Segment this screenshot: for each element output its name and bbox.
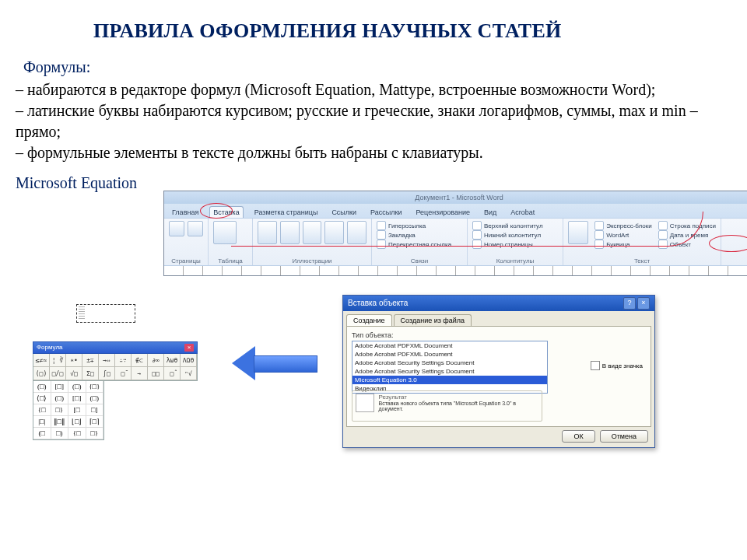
eq-cell[interactable]: → [132,367,148,380]
textbox-icon[interactable] [568,221,588,244]
formula-placeholder-image [76,304,135,323]
eq-cell[interactable]: λωθ [164,354,181,367]
dropcap-button[interactable]: Буквица [594,240,652,249]
sym-cell[interactable]: (□) [68,381,86,393]
sym-cell[interactable]: [□ [68,404,86,416]
smartart-icon[interactable] [324,221,344,244]
tab-layout[interactable]: Разметка страницы [251,207,321,218]
pagenum-button[interactable]: Номер страницы [472,240,558,249]
sym-cell[interactable]: ⟨□⟩ [33,393,51,404]
datetime-button[interactable]: Дата и время [658,230,716,240]
eq-cell[interactable]: □̄ [115,367,132,380]
sym-cell[interactable]: {□ [33,404,51,416]
result-box: Результат Вставка нового объекта типа "M… [352,390,542,422]
hyperlink-button[interactable]: Гиперссылка [377,221,462,230]
tab-vstavka[interactable]: Вставка [209,206,243,218]
object-button[interactable]: Объект [658,240,716,249]
eq-cell[interactable]: Σ□ [82,367,99,380]
sym-cell[interactable]: □} [86,428,104,439]
list-item[interactable]: Adobe Acrobat Security Settings Document [352,367,547,376]
sigline-button[interactable]: Строка подписи [658,221,716,230]
eq-cell[interactable]: (□) [33,367,50,380]
group-text: Текст [568,257,716,264]
chart-icon[interactable] [347,221,366,244]
sym-cell[interactable]: □) [51,428,69,439]
equation-toolbar-title: Формула [37,342,63,353]
eq-cell[interactable]: ≤≠≈ [33,354,50,367]
sym-cell[interactable]: {□} [86,381,104,393]
sym-cell[interactable]: (□) [86,393,104,404]
table-icon[interactable] [213,221,237,244]
sym-cell[interactable]: [□] [51,381,69,393]
tab-review[interactable]: Рецензирование [412,207,473,218]
eq-cell[interactable]: ⁿ√ [181,367,197,380]
clipart-icon[interactable] [280,221,300,244]
sym-cell[interactable]: (□) [33,381,51,393]
object-type-listbox[interactable]: Adobe Acrobat PDFXML Document Adobe Acro… [352,341,548,394]
eq-cell[interactable]: ∫□ [99,367,115,380]
eq-cell[interactable]: ∗• [66,354,82,367]
list-item[interactable]: Adobe Acrobat Security Settings Document [352,359,547,367]
ribbon-tabs: Главная Вставка Разметка страницы Ссылки… [164,204,747,218]
insert-object-dialog: Вставка объекта ? × Создание Создание из… [342,295,655,448]
close-icon[interactable]: × [637,297,650,310]
list-item[interactable]: Adobe Acrobat PDFXML Document [352,341,547,350]
tab-create-from-file[interactable]: Создание из файла [394,314,472,326]
shapes-icon[interactable] [303,221,322,244]
result-icon [356,394,374,412]
body-line-3: – формульные элементы в тексте должны бы… [16,142,724,163]
sym-cell[interactable]: ⌈□⌉ [86,416,104,428]
sym-cell[interactable]: {□ [68,428,86,439]
tab-view[interactable]: Вид [481,207,500,218]
bookmark-button[interactable]: Закладка [377,230,462,240]
list-item[interactable]: Adobe Acrobat PDFXML Document [352,350,547,359]
picture-icon[interactable] [258,221,277,244]
sym-cell[interactable]: □} [51,404,69,416]
sym-cell[interactable]: ⌊□⌋ [68,416,86,428]
sym-cell[interactable]: (□) [51,393,69,404]
as-icon-checkbox[interactable]: В виде значка [591,361,643,370]
tab-home[interactable]: Главная [169,207,202,218]
eq-cell[interactable]: ∉⊂ [132,354,148,367]
sym-cell[interactable]: □] [86,404,104,416]
page-title: ПРАВИЛА ОФОРМЛЕНИЯ НАУЧНЫХ СТАТЕЙ [93,19,731,43]
word-titlebar: Документ1 - Microsoft Word [164,191,747,204]
sym-cell[interactable]: (□ [33,428,51,439]
eq-cell[interactable]: ΛΩΘ [181,354,197,367]
wordart-button[interactable]: WordArt [594,230,652,240]
header-button[interactable]: Верхний колонтитул [472,221,558,230]
eq-cell[interactable]: √□ [66,367,82,380]
ok-button[interactable]: ОК [562,430,594,443]
microsoft-equation-label: Microsoft Equation [16,174,731,192]
tab-refs[interactable]: Ссылки [328,207,359,218]
quickparts-button[interactable]: Экспресс-блоки [594,221,652,230]
eq-cell[interactable]: ¦ ∛ [50,354,66,367]
sym-cell[interactable]: [□] [68,393,86,404]
eq-cell[interactable]: ∴∵ [115,354,132,367]
crossref-button[interactable]: Перекрестная ссылка [377,240,462,249]
group-illustrations: Иллюстрации [258,257,366,264]
eq-cell[interactable]: □□ [148,367,164,380]
list-item-selected[interactable]: Microsoft Equation 3.0 [352,376,547,384]
sym-cell[interactable]: ‖□‖ [51,416,69,428]
eq-cell[interactable]: →⇔ [99,354,115,367]
eq-cell[interactable]: □/□ [50,367,66,380]
eq-cell[interactable]: ∂∞ [148,354,164,367]
tab-mail[interactable]: Рассылки [367,207,405,218]
body-line-2: – латинские буквы набираются курсивом; р… [16,100,724,142]
eq-cell[interactable]: □̂ [164,367,181,380]
section-subhead: Формулы: [23,58,731,76]
tab-acrobat[interactable]: Acrobat [507,207,538,218]
group-links: Связи [377,257,462,264]
cancel-button[interactable]: Отмена [600,430,648,443]
group-pages: Страницы [169,257,203,264]
sym-cell[interactable]: |□| [33,416,51,428]
ruler [164,265,747,275]
group-table: Таблица [213,257,247,264]
close-icon[interactable]: × [184,344,194,352]
footer-button[interactable]: Нижний колонтитул [472,230,558,240]
tab-create-new[interactable]: Создание [346,314,392,326]
eq-cell[interactable]: ±∓ [82,354,99,367]
help-icon[interactable]: ? [623,297,636,310]
body-text: – набираются в редакторе формул (Microso… [16,79,724,163]
